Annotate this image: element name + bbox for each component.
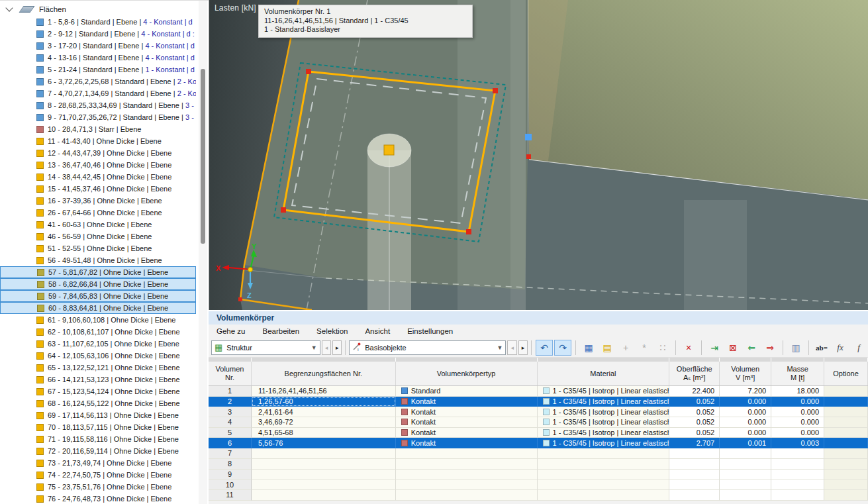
new-table-icon[interactable]: ▤ [599,340,616,356]
mass-cell[interactable]: 18.000 [771,386,824,397]
boundary-surfaces-cell[interactable] [252,459,396,470]
formula-icon[interactable]: fx [832,340,849,356]
tree-item-surface[interactable]: 1 - 5,8-6 | Standard | Ebene | 4 - Konst… [0,16,196,28]
tree-item-surface[interactable]: 46 - 56-59 | Ohne Dicke | Ebene [0,230,196,242]
volume-type-cell[interactable] [396,470,538,480]
options-cell[interactable] [824,490,868,501]
tree-item-surface[interactable]: 71 - 19,115,58,116 | Ohne Dicke | Ebene [0,433,196,445]
table-row[interactable]: 43,46,69-72Kontakt1 - C35/45 | Isotrop |… [209,417,868,428]
tree-item-surface[interactable]: 76 - 24,76,48,73 | Ohne Dicke | Ebene [0,493,196,504]
tree-item-surface[interactable]: 14 - 38,44,42,45 | Ohne Dicke | Ebene [0,171,196,183]
tree-item-surface[interactable]: 65 - 13,122,52,121 | Ohne Dicke | Ebene [0,362,196,374]
boundary-surfaces-cell[interactable] [252,479,396,490]
prev-category-button[interactable]: ◂ [507,340,516,355]
mass-cell[interactable] [771,470,824,480]
table-row[interactable]: 54,51,65-68Kontakt1 - C35/45 | Isotrop |… [209,428,868,438]
row-number-cell[interactable]: 6 [209,438,252,448]
options-cell[interactable] [824,386,868,397]
row-number-cell[interactable]: 1 [209,386,252,397]
tree-item-surface[interactable]: 72 - 20,116,59,114 | Ohne Dicke | Ebene [0,445,196,457]
tree-item-surface[interactable]: 74 - 22,74,50,75 | Ohne Dicke | Ebene [0,469,196,481]
menu-item-selektion[interactable]: Selektion [316,327,348,335]
delete-all-icon[interactable]: × [680,340,697,356]
pattern-icon[interactable]: ∷ [654,340,671,356]
volume-cell[interactable] [720,470,771,480]
mass-cell[interactable] [771,448,824,459]
tree-item-surface[interactable]: 6 - 3,72,26,2,25,68 | Standard | Ebene |… [0,76,196,87]
tree-item-surface[interactable]: 60 - 8,83,64,81 | Ohne Dicke | Ebene [0,302,196,314]
material-cell[interactable] [538,448,670,459]
material-cell[interactable] [538,470,670,480]
menu-item-einstellungen[interactable]: Einstellungen [407,327,453,335]
tree-item-surface[interactable]: 70 - 18,113,57,115 | Ohne Dicke | Ebene [0,421,196,433]
volume-cell[interactable]: 0.000 [720,407,771,417]
volume-type-cell[interactable]: Kontakt [396,417,538,428]
tree-item-surface[interactable]: 69 - 17,114,56,113 | Ohne Dicke | Ebene [0,409,196,421]
tree-item-surface[interactable]: 41 - 60-63 | Ohne Dicke | Ebene [0,219,196,230]
volume-type-cell[interactable]: Kontakt [396,397,538,407]
options-cell[interactable] [824,397,868,407]
move-right-icon[interactable]: ⇒ [761,340,779,356]
options-cell[interactable] [824,417,868,428]
row-number-cell[interactable]: 4 [209,417,252,428]
mass-cell[interactable]: 0.000 [771,428,824,438]
insert-row-icon[interactable]: + [617,340,634,356]
boundary-surfaces-cell[interactable]: 4,51,65-68 [252,428,396,438]
corner-node[interactable] [281,207,286,213]
menu-item-bearbeiten[interactable]: Bearbeiten [262,327,299,335]
tree-item-surface[interactable]: 15 - 41,45,37,46 | Ohne Dicke | Ebene [0,183,196,195]
tree-item-surface[interactable]: 16 - 37-39,36 | Ohne Dicke | Ebene [0,195,196,207]
table-grid-icon[interactable]: ▦ [580,340,597,356]
tree-item-surface[interactable]: 61 - 9,106,60,108 | Ohne Dicke | Ebene [0,314,196,326]
table-row[interactable]: 8 [209,459,868,470]
surface-area-cell[interactable]: 0.052 [669,417,720,428]
material-cell[interactable] [538,479,670,490]
boundary-surfaces-cell[interactable] [252,470,396,480]
volume-type-cell[interactable] [396,459,538,470]
tree-item-surface[interactable]: 63 - 11,107,62,105 | Ohne Dicke | Ebene [0,338,196,350]
tree-item-surface[interactable]: 12 - 44,43,47,39 | Ohne Dicke | Ebene [0,147,196,159]
row-number-cell[interactable]: 7 [209,448,252,459]
formula2-icon[interactable]: f [850,340,867,356]
row-number-cell[interactable]: 2 [209,397,252,407]
next-table-button[interactable]: ▸ [332,340,342,355]
volume-cell[interactable]: 0.001 [720,438,771,448]
mass-cell[interactable] [771,459,824,470]
table-row[interactable]: 65,56-76Kontakt1 - C35/45 | Isotrop | Li… [209,438,868,448]
surface-area-cell[interactable]: 0.052 [669,428,720,438]
mass-cell[interactable] [771,479,824,490]
tree-item-surface[interactable]: 9 - 71,70,27,35,26,72 | Standard | Ebene… [0,111,196,123]
volume-type-cell[interactable] [396,448,538,459]
row-number-cell[interactable]: 9 [209,470,252,480]
volume-cell[interactable] [720,479,771,490]
table-row[interactable]: 10 [209,479,868,490]
surface-area-cell[interactable] [669,448,720,459]
surface-area-cell[interactable]: 22.400 [669,386,720,397]
mass-cell[interactable]: 0.000 [771,417,824,428]
volume-type-cell[interactable]: Kontakt [396,438,538,448]
tree-item-surface[interactable]: 51 - 52-55 | Ohne Dicke | Ebene [0,242,196,254]
corner-node[interactable] [493,88,498,93]
tree-item-surface[interactable]: 8 - 28,68,25,33,34,69 | Standard | Ebene… [0,99,196,111]
tree-item-surface[interactable]: 5 - 21-24 | Standard | Ebene | 1 - Konst… [0,64,196,76]
volume-type-cell[interactable]: Kontakt [396,407,538,417]
menu-item-ansicht[interactable]: Ansicht [365,327,390,335]
mass-cell[interactable]: 0.000 [771,407,824,417]
boundary-surfaces-cell[interactable]: 5,56-76 [252,438,396,448]
prev-table-button[interactable]: ◂ [322,340,331,355]
corner-node[interactable] [306,69,311,74]
column-node[interactable] [384,145,394,155]
volume-type-cell[interactable]: Kontakt [396,428,538,438]
select-relation-back-icon[interactable]: ↶ [536,340,553,356]
surface-area-cell[interactable] [669,490,720,501]
boundary-surfaces-cell[interactable]: 11-16,26,41,46,51,56 [252,386,396,397]
tree-item-surface[interactable]: 4 - 13-16 | Standard | Ebene | 4 - Konst… [0,52,196,64]
material-cell[interactable]: 1 - C35/45 | Isotrop | Linear elastisch [538,386,670,397]
volume-cell[interactable]: 0.000 [720,397,771,407]
material-cell[interactable]: 1 - C35/45 | Isotrop | Linear elastisch [538,428,670,438]
navigator-mode-combobox[interactable]: ▦ Struktur ▼ [211,340,320,355]
options-cell[interactable] [824,448,868,459]
import-to-table-icon[interactable]: ⇥ [706,340,723,356]
menu-item-gehe-zu[interactable]: Gehe zu [217,327,245,335]
volume-cell[interactable] [720,448,771,459]
